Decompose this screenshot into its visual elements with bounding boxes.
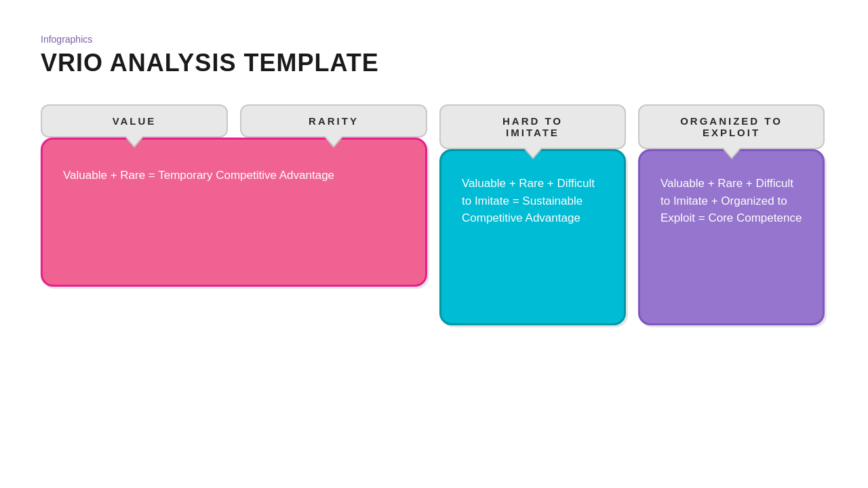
organized-to-exploit-wrapper: ORGANIZED TO EXPLOIT Valuable + Rare + D… (638, 104, 825, 325)
value-label: VALUE (41, 104, 228, 138)
cards-container: VALUE RARITY Valuable + Rare = Temporary… (41, 104, 827, 325)
hard-to-imitate-wrapper: HARD TO IMITATE Valuable + Rare + Diffic… (439, 104, 626, 325)
purple-card: Valuable + Rare + Difficult to Imitate +… (638, 149, 825, 325)
pink-section: VALUE RARITY Valuable + Rare = Temporary… (41, 104, 427, 287)
organized-to-exploit-label: ORGANIZED TO EXPLOIT (638, 104, 825, 149)
page-title: VRIO ANALYSIS TEMPLATE (41, 49, 827, 77)
hard-to-imitate-label: HARD TO IMITATE (439, 104, 626, 149)
category-label: Infographics (41, 34, 827, 45)
right-section: HARD TO IMITATE Valuable + Rare + Diffic… (439, 104, 825, 325)
labels-row: VALUE RARITY (41, 104, 427, 138)
pink-card: Valuable + Rare = Temporary Competitive … (41, 138, 427, 287)
rarity-label: RARITY (240, 104, 427, 138)
header: Infographics VRIO ANALYSIS TEMPLATE (41, 34, 827, 77)
pink-card-text: Valuable + Rare = Temporary Competitive … (63, 169, 334, 182)
cyan-card: Valuable + Rare + Difficult to Imitate =… (439, 149, 626, 325)
cyan-card-text: Valuable + Rare + Difficult to Imitate =… (462, 177, 595, 224)
purple-card-text: Valuable + Rare + Difficult to Imitate +… (660, 177, 802, 224)
page: Infographics VRIO ANALYSIS TEMPLATE VALU… (0, 0, 868, 488)
